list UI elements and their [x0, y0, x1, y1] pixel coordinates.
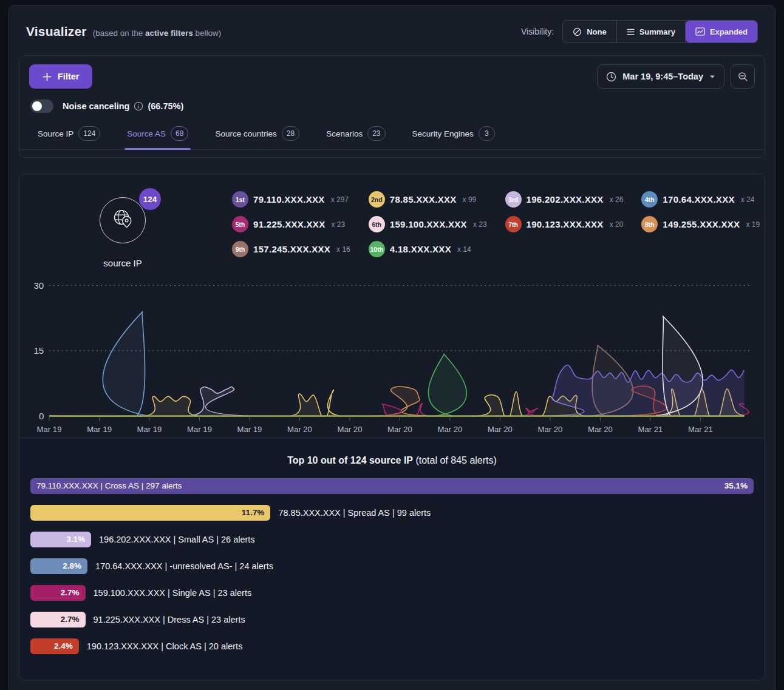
source-summary: 124 source IP	[62, 191, 183, 268]
x-tick-label: Mar 20	[438, 425, 463, 434]
visibility-option-label: None	[587, 27, 607, 36]
rank-badge: 1st	[232, 191, 248, 208]
visibility-option-label: Expanded	[710, 27, 748, 36]
legend-item-10th[interactable]: 10th4.18.XXX.XXXx 14	[369, 241, 487, 257]
bar-percentage: 11.7%	[242, 508, 265, 517]
noise-canceling-value: (66.75%)	[148, 101, 183, 111]
rank-badge: 10th	[369, 241, 385, 257]
tab-count-badge: 124	[78, 126, 100, 141]
bar-label: 170.64.XXX.XXX | -unresolved AS- | 24 al…	[95, 561, 273, 571]
legend-count: x 24	[741, 195, 755, 204]
top10-row: 2.4%190.123.XXX.XXX | Clock AS | 20 aler…	[30, 638, 754, 654]
legend-count: x 26	[610, 195, 624, 204]
expanded-icon	[695, 27, 705, 36]
svg-text:30: 30	[33, 280, 44, 291]
legend-item-4th[interactable]: 4th170.64.XXX.XXXx 24	[641, 191, 760, 208]
x-tick-label: Mar 21	[688, 425, 713, 434]
card-header: Visualizer (based on the active filters …	[19, 5, 765, 55]
filter-tabs: Source IP124Source AS68Source countries2…	[19, 125, 765, 150]
legend-ip: 196.202.XXX.XXX	[527, 194, 604, 205]
svg-text:15: 15	[33, 345, 44, 356]
top10-row: 2.7%91.225.XXX.XXX | Dress AS | 23 alert…	[30, 612, 754, 627]
chart-panel: 124 source IP 1st79.110.XXX.XXXx 2972nd7…	[19, 174, 765, 680]
top10-bar: 2.7%	[30, 585, 86, 601]
top10-bar: 79.110.XXX.XXX | Cross AS | 297 alerts35…	[30, 478, 754, 494]
noise-canceling-toggle[interactable]	[30, 100, 53, 113]
svg-text:0: 0	[39, 411, 44, 421]
legend-item-2nd[interactable]: 2nd78.85.XXX.XXXx 99	[369, 191, 487, 208]
legend-ip: 159.100.XXX.XXX	[390, 219, 467, 229]
visibility-option-none[interactable]: None	[563, 21, 617, 42]
legend-item-8th[interactable]: 8th149.255.XXX.XXXx 19	[641, 216, 760, 232]
bar-percentage: 2.8%	[63, 561, 81, 570]
caret-down-icon	[709, 75, 715, 79]
top10-row: 2.7%159.100.XXX.XXX | Single AS | 23 ale…	[30, 585, 754, 601]
source-ip-icon-ring: 124	[100, 197, 146, 243]
legend-item-7th[interactable]: 7th190.123.XXX.XXXx 20	[505, 216, 624, 232]
bar-label: 159.100.XXX.XXX | Single AS | 23 alerts	[94, 588, 252, 598]
legend-ip: 91.225.XXX.XXX	[253, 219, 325, 229]
visibility-segmented-control: NoneSummaryExpanded	[562, 20, 758, 43]
toggle-knob	[32, 101, 42, 111]
globe-pin-icon	[109, 205, 137, 235]
bar-label: 196.202.XXX.XXX | Small AS | 26 alerts	[99, 535, 255, 544]
page-subtitle: (based on the active filters bellow)	[93, 29, 222, 38]
tab-security-engines[interactable]: Security Engines3	[412, 126, 495, 149]
legend-item-6th[interactable]: 6th159.100.XXX.XXXx 23	[369, 216, 487, 232]
info-icon[interactable]	[134, 101, 143, 111]
rank-badge: 8th	[641, 216, 658, 232]
top10-bar: 2.7%	[30, 612, 86, 627]
legend-item-5th[interactable]: 5th91.225.XXX.XXXx 23	[232, 216, 350, 232]
legend-count: x 23	[331, 220, 345, 229]
x-tick-label: Mar 19	[137, 425, 162, 434]
date-range-button[interactable]: Mar 19, 9:45–Today	[597, 64, 724, 89]
legend-count: x 297	[331, 195, 349, 204]
rank-badge: 2nd	[369, 191, 385, 208]
legend-ip: 157.245.XXX.XXX	[253, 244, 330, 254]
legend-count: x 14	[457, 245, 471, 254]
visibility-option-expanded[interactable]: Expanded	[686, 21, 757, 42]
visibility-option-summary[interactable]: Summary	[617, 21, 686, 42]
x-tick-label: Mar 20	[488, 425, 513, 434]
zoom-out-button[interactable]	[731, 64, 755, 89]
tab-source-ip[interactable]: Source IP124	[38, 126, 100, 149]
add-filter-button[interactable]: Filter	[29, 64, 92, 89]
rank-badge: 9th	[232, 241, 248, 257]
tab-source-countries[interactable]: Source countries28	[215, 126, 299, 149]
top10-bar: 2.8%	[30, 558, 87, 574]
tab-source-as[interactable]: Source AS68	[127, 126, 188, 149]
alerts-timeline-chart: 30150Mar 19Mar 19Mar 19Mar 19Mar 19Mar 2…	[19, 268, 765, 438]
legend-item-9th[interactable]: 9th157.245.XXX.XXXx 16	[232, 241, 350, 257]
source-ip-label: source IP	[103, 258, 141, 268]
rank-badge: 6th	[369, 216, 385, 232]
clock-icon	[606, 72, 616, 82]
bar-percentage: 2.7%	[61, 615, 80, 624]
tab-scenarios[interactable]: Scenarios23	[326, 126, 385, 149]
tab-count-badge: 3	[479, 126, 495, 141]
bar-label: 79.110.XXX.XXX | Cross AS | 297 alerts	[36, 481, 182, 490]
tab-count-badge: 68	[171, 126, 188, 141]
top10-row: 79.110.XXX.XXX | Cross AS | 297 alerts35…	[30, 478, 754, 494]
summary-icon	[627, 29, 635, 35]
x-tick-label: Mar 19	[187, 425, 212, 434]
legend-ip: 170.64.XXX.XXX	[663, 194, 734, 205]
x-tick-label: Mar 21	[638, 425, 663, 434]
noise-canceling-label: Noise canceling	[63, 101, 129, 111]
chart-legend: 1st79.110.XXX.XXXx 2972nd78.85.XXX.XXXx …	[232, 191, 760, 268]
visibility-label: Visibility:	[521, 27, 554, 36]
bar-percentage: 35.1%	[724, 481, 748, 490]
legend-ip: 4.18.XXX.XXX	[390, 244, 451, 254]
tab-label: Security Engines	[412, 129, 474, 138]
x-tick-label: Mar 20	[538, 425, 563, 434]
plus-icon	[43, 72, 52, 81]
bar-percentage: 2.4%	[54, 641, 73, 651]
legend-item-3rd[interactable]: 3rd196.202.XXX.XXXx 26	[505, 191, 624, 208]
legend-count: x 19	[746, 220, 760, 229]
filter-panel: Filter Mar 19, 9:45–Today	[19, 55, 765, 158]
top10-bar: 2.4%	[30, 638, 79, 654]
legend-item-1st[interactable]: 1st79.110.XXX.XXXx 297	[232, 191, 350, 208]
bar-label: 190.123.XXX.XXX | Clock AS | 20 alerts	[87, 641, 243, 651]
top10-row: 3.1%196.202.XXX.XXX | Small AS | 26 aler…	[30, 532, 754, 547]
x-tick-label: Mar 20	[387, 425, 412, 434]
visibility-option-label: Summary	[639, 27, 675, 36]
